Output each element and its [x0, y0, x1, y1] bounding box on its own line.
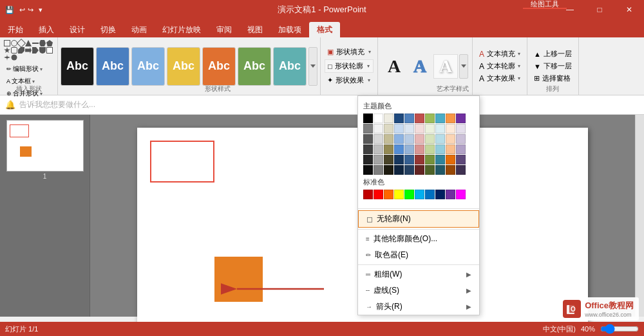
tab-transitions[interactable]: 切换	[93, 22, 124, 37]
tab-design[interactable]: 设计	[62, 22, 93, 37]
color-swatch[interactable]	[435, 134, 445, 144]
tab-home[interactable]: 开始	[0, 22, 31, 37]
color-swatch[interactable]	[374, 165, 383, 175]
color-swatch[interactable]	[425, 114, 435, 123]
color-swatch[interactable]	[456, 165, 466, 175]
color-swatch[interactable]	[374, 134, 383, 144]
std-color-swatch[interactable]	[404, 190, 414, 199]
other-colors-menu-item[interactable]: ≡ 其他轮廓颜色(O)...	[358, 231, 479, 247]
close-button[interactable]: ✕	[614, 0, 644, 19]
std-color-swatch[interactable]	[374, 190, 383, 199]
color-swatch[interactable]	[384, 134, 393, 144]
minimize-button[interactable]: —	[555, 0, 585, 19]
shape-icon-line[interactable]	[32, 43, 39, 44]
color-swatch[interactable]	[446, 165, 455, 175]
color-swatch[interactable]	[446, 155, 455, 164]
color-swatch[interactable]	[446, 134, 455, 144]
color-swatch[interactable]	[363, 165, 373, 175]
color-swatch[interactable]	[404, 155, 414, 164]
std-color-swatch[interactable]	[394, 190, 404, 199]
std-color-swatch[interactable]	[446, 190, 455, 199]
quick-access-customize[interactable]: ▾	[39, 6, 43, 14]
color-swatch[interactable]	[446, 124, 455, 133]
color-swatch[interactable]	[456, 134, 466, 144]
eyedropper-menu-item[interactable]: ✏ 取色器(E)	[358, 247, 479, 263]
color-swatch[interactable]	[404, 114, 414, 123]
color-swatch[interactable]	[456, 124, 466, 133]
shape-icon-hex[interactable]	[39, 40, 46, 46]
color-swatch[interactable]	[435, 165, 445, 175]
tab-insert[interactable]: 插入	[31, 22, 62, 37]
weight-menu-item[interactable]: ═ 粗细(W) ▶	[358, 266, 479, 282]
color-swatch[interactable]	[404, 134, 414, 144]
maximize-button[interactable]: □	[585, 0, 614, 19]
abc-btn-green[interactable]: Abc	[238, 47, 271, 86]
color-swatch[interactable]	[435, 144, 445, 154]
color-swatch[interactable]	[425, 165, 435, 175]
quick-access-save[interactable]: 💾	[5, 6, 14, 14]
styles-more-button[interactable]	[308, 47, 317, 86]
shape-fill-button[interactable]: ▣ 形状填充 ▾	[325, 46, 374, 58]
quick-access-undo[interactable]: ↩	[19, 6, 25, 14]
shape-outline-button[interactable]: □ 形状轮廓 ▾	[325, 59, 374, 73]
std-color-swatch[interactable]	[425, 190, 435, 199]
color-swatch[interactable]	[363, 124, 373, 133]
color-swatch[interactable]	[435, 124, 445, 133]
tab-format[interactable]: 格式	[309, 22, 340, 37]
quick-access-redo[interactable]: ↪	[28, 6, 33, 14]
color-swatch[interactable]	[446, 144, 455, 154]
tab-view[interactable]: 视图	[240, 22, 270, 37]
color-swatch[interactable]	[456, 155, 466, 164]
red-rectangle[interactable]	[150, 141, 214, 183]
text-fill-button[interactable]: A 文本填充 ▾	[477, 48, 523, 59]
abc-btn-blue[interactable]: Abc	[96, 47, 129, 86]
color-swatch[interactable]	[435, 114, 445, 123]
shape-icon-diamond[interactable]	[17, 39, 26, 48]
color-swatch[interactable]	[394, 144, 404, 154]
shape-icon-star[interactable]	[4, 47, 10, 54]
slide-thumbnail-1[interactable]	[6, 120, 84, 172]
std-color-swatch[interactable]	[456, 190, 466, 199]
color-swatch[interactable]	[415, 114, 424, 123]
shape-icon-rect[interactable]	[4, 40, 10, 46]
color-swatch[interactable]	[425, 144, 435, 154]
bring-forward-button[interactable]: ▲ 上移一层	[531, 48, 574, 60]
abc-btn-lightblue[interactable]: Abc	[131, 47, 165, 86]
color-swatch[interactable]	[394, 114, 404, 123]
color-swatch[interactable]	[394, 165, 404, 175]
search-placeholder[interactable]: 告诉我您想要做什么...	[19, 99, 95, 110]
right-scrollbar[interactable]	[635, 115, 644, 317]
arrow-menu-item[interactable]: → 箭头(R) ▶	[358, 299, 479, 315]
color-swatch[interactable]	[363, 114, 373, 123]
std-color-swatch[interactable]	[435, 190, 445, 199]
color-swatch[interactable]	[363, 155, 373, 164]
color-swatch[interactable]	[363, 134, 373, 144]
std-color-swatch[interactable]	[363, 190, 373, 199]
color-swatch[interactable]	[394, 155, 404, 164]
color-swatch[interactable]	[374, 144, 383, 154]
edit-shape-button[interactable]: ✏ 编辑形状 ▾	[4, 63, 53, 75]
shape-icon-circle2[interactable]	[11, 54, 17, 61]
color-swatch[interactable]	[374, 155, 383, 164]
shape-icon-rect2[interactable]	[46, 47, 53, 54]
art-styles-more-button[interactable]	[459, 54, 468, 79]
color-swatch[interactable]	[404, 124, 414, 133]
text-effect-button[interactable]: A 文本效果 ▾	[477, 73, 523, 84]
zoom-slider[interactable]	[600, 326, 639, 332]
color-swatch[interactable]	[425, 134, 435, 144]
color-swatch[interactable]	[404, 165, 414, 175]
color-swatch[interactable]	[384, 155, 393, 164]
shape-icon-arrow[interactable]	[25, 47, 32, 54]
color-swatch[interactable]	[425, 124, 435, 133]
color-swatch[interactable]	[363, 144, 373, 154]
text-outline-button[interactable]: A 文本轮廓 ▾	[477, 61, 523, 72]
color-swatch[interactable]	[394, 124, 404, 133]
select-pane-button[interactable]: ⊞ 选择窗格	[531, 72, 574, 84]
color-swatch[interactable]	[415, 165, 424, 175]
color-swatch[interactable]	[374, 124, 383, 133]
dash-menu-item[interactable]: ╌ 虚线(S) ▶	[358, 282, 479, 299]
color-swatch[interactable]	[404, 144, 414, 154]
shape-icon-rdrect[interactable]	[11, 47, 17, 54]
color-swatch[interactable]	[384, 124, 393, 133]
color-swatch[interactable]	[435, 155, 445, 164]
